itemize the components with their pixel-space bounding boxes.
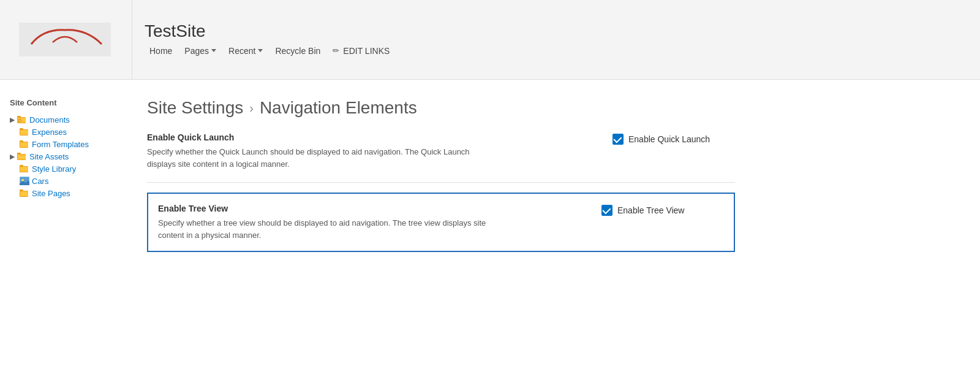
sidebar-item-site-pages[interactable]: Site Pages — [10, 187, 113, 199]
nav-links: Home Pages Recent Recycle Bin ✏ EDIT LIN… — [145, 44, 394, 58]
folder-icon-site-pages — [20, 188, 29, 198]
svg-rect-21 — [20, 189, 23, 191]
sidebar-item-style-library[interactable]: Style Library — [10, 163, 113, 175]
site-assets-link[interactable]: Site Assets — [29, 152, 69, 161]
quick-launch-desc: Specify whether the Quick Launch should … — [147, 146, 484, 170]
folder-icon-expenses — [20, 127, 29, 137]
svg-rect-10 — [20, 142, 28, 147]
quick-launch-checkbox[interactable] — [612, 134, 624, 145]
sidebar-item-form-templates[interactable]: Form Templates — [10, 138, 113, 150]
page-title-part2: Navigation Elements — [260, 98, 417, 118]
breadcrumb-arrow: › — [249, 101, 254, 115]
tree-view-section: Enable Tree View Specify whether a tree … — [147, 193, 735, 252]
form-templates-link[interactable]: Form Templates — [32, 140, 89, 149]
svg-rect-7 — [20, 130, 28, 135]
quick-launch-row: Enable Quick Launch Specify whether the … — [147, 132, 735, 170]
quick-launch-left: Enable Quick Launch Specify whether the … — [147, 132, 612, 170]
svg-text:D: D — [18, 118, 21, 123]
nav-recycle-bin[interactable]: Recycle Bin — [270, 44, 325, 58]
sidebar: Site Content ▶ D Documents Expenses — [0, 92, 123, 258]
nav-recent[interactable]: Recent — [224, 44, 268, 58]
tree-view-checkbox[interactable] — [601, 205, 612, 216]
expand-icon-assets: ▶ — [10, 153, 15, 161]
top-nav: TestSite Home Pages Recent Recycle Bin ✏… — [0, 0, 980, 80]
site-title: TestSite — [145, 21, 394, 41]
logo-area — [10, 0, 132, 79]
nav-home[interactable]: Home — [145, 44, 177, 58]
tree-view-desc: Specify whether a tree view should be di… — [158, 217, 495, 241]
edit-links-button[interactable]: ✏ EDIT LINKS — [328, 44, 394, 58]
folder-icon-style-library — [20, 164, 29, 174]
svg-rect-12 — [17, 153, 21, 155]
svg-rect-15 — [20, 165, 23, 167]
folder-icon: D — [17, 115, 27, 124]
svg-rect-13 — [18, 155, 26, 159]
pages-arrow-icon — [211, 49, 216, 52]
nav-pages[interactable]: Pages — [179, 44, 221, 58]
page-heading: Site Settings › Navigation Elements — [147, 98, 956, 118]
quick-launch-right: Enable Quick Launch — [612, 132, 735, 145]
tree-view-checkbox-label: Enable Tree View — [617, 205, 684, 215]
svg-rect-6 — [20, 128, 23, 130]
tree-view-right: Enable Tree View — [601, 204, 724, 216]
folder-icon-form-templates — [20, 139, 29, 149]
svg-rect-9 — [20, 140, 23, 142]
sidebar-item-site-assets[interactable]: ▶ Site Assets — [10, 150, 113, 163]
quick-launch-title: Enable Quick Launch — [147, 132, 612, 142]
sidebar-item-expenses[interactable]: Expenses — [10, 126, 113, 138]
sidebar-item-cars[interactable]: Cars — [10, 175, 113, 187]
pencil-icon: ✏ — [333, 46, 339, 55]
cars-link[interactable]: Cars — [32, 177, 48, 186]
sidebar-item-documents[interactable]: ▶ D Documents — [10, 113, 113, 126]
image-icon-cars — [20, 176, 29, 186]
main-layout: Site Content ▶ D Documents Expenses — [0, 80, 980, 270]
page-title-part1: Site Settings — [147, 98, 243, 118]
site-logo — [19, 23, 111, 56]
quick-launch-section: Enable Quick Launch Specify whether the … — [147, 132, 735, 170]
content-area: Site Settings › Navigation Elements Enab… — [123, 92, 980, 258]
expenses-link[interactable]: Expenses — [32, 128, 67, 137]
svg-rect-16 — [20, 167, 28, 172]
svg-rect-2 — [17, 116, 21, 118]
svg-rect-22 — [20, 191, 28, 196]
expand-icon: ▶ — [10, 116, 15, 124]
quick-launch-checkbox-label: Enable Quick Launch — [628, 134, 710, 144]
site-pages-link[interactable]: Site Pages — [32, 189, 70, 198]
documents-link[interactable]: Documents — [29, 115, 70, 124]
tree-view-left: Enable Tree View Specify whether a tree … — [158, 204, 601, 241]
recent-arrow-icon — [258, 49, 263, 52]
tree-view-title: Enable Tree View — [158, 204, 601, 213]
style-library-link[interactable]: Style Library — [32, 164, 76, 174]
sidebar-title: Site Content — [10, 98, 113, 107]
folder-icon-site-assets — [17, 151, 27, 161]
section-divider — [147, 182, 735, 183]
tree-view-row: Enable Tree View Specify whether a tree … — [158, 204, 724, 241]
